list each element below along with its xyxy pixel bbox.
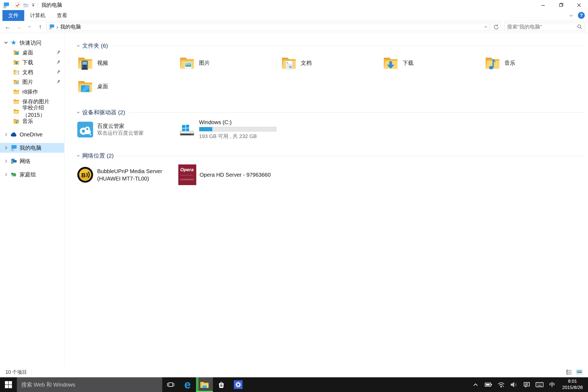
refresh-icon[interactable] bbox=[491, 23, 501, 31]
tab-file[interactable]: 文件 bbox=[2, 10, 24, 21]
volume-icon[interactable] bbox=[507, 377, 520, 392]
sidebar-item-network[interactable]: 网络 bbox=[0, 156, 64, 166]
taskbar-clock[interactable]: 8:01 2015/8/28 bbox=[559, 378, 588, 391]
expander-down-icon[interactable] bbox=[3, 41, 9, 44]
pin-icon bbox=[56, 79, 61, 84]
back-icon[interactable]: ← bbox=[3, 23, 13, 31]
navigation-pane: 快速访问 桌面 下载 bbox=[0, 33, 65, 367]
task-view-icon[interactable] bbox=[162, 377, 179, 392]
sidebar-item-downloads[interactable]: 下载 bbox=[0, 57, 64, 67]
folder-tile-downloads[interactable]: 下载 bbox=[382, 54, 484, 72]
folder-icon bbox=[13, 99, 20, 104]
pin-icon bbox=[56, 69, 61, 74]
status-bar: 10 个项目 bbox=[0, 367, 588, 377]
minimize-button[interactable] bbox=[534, 0, 552, 10]
sidebar-item-homegroup[interactable]: 家庭组 bbox=[0, 170, 64, 179]
qat-customize-dropdown-icon[interactable] bbox=[31, 4, 35, 7]
sidebar-item-documents[interactable]: 文档 bbox=[0, 67, 64, 77]
taskbar-search-box[interactable]: 搜索 Web 和 Windows bbox=[17, 377, 162, 392]
expander-right-icon[interactable] bbox=[3, 146, 9, 150]
sidebar-item-desktop[interactable]: 桌面 bbox=[0, 48, 64, 57]
touch-keyboard-icon[interactable] bbox=[533, 377, 546, 392]
qat-properties-icon[interactable] bbox=[14, 2, 20, 8]
address-box[interactable]: › 我的电脑 bbox=[46, 23, 490, 31]
collapse-section-icon[interactable] bbox=[76, 155, 80, 157]
window-controls bbox=[534, 0, 588, 10]
tab-view[interactable]: 查看 bbox=[51, 10, 73, 21]
tile-label: 图片 bbox=[199, 59, 210, 67]
device-tile-c-drive[interactable]: Windows (C:) 193 GB 可用 , 共 232 GB bbox=[178, 121, 295, 139]
store-icon[interactable] bbox=[213, 377, 230, 392]
search-box[interactable] bbox=[504, 23, 585, 31]
network-tile-bubbleupnp[interactable]: B BubbleUPnP Media Server (HUAWEI MT7-TL… bbox=[76, 164, 178, 186]
tile-text: BubbleUPnP Media Server (HUAWEI MT7-TL00… bbox=[97, 168, 162, 182]
documents-folder-icon bbox=[13, 69, 20, 75]
tab-computer[interactable]: 计算机 bbox=[24, 10, 51, 21]
up-icon[interactable]: ↑ bbox=[35, 23, 45, 31]
sidebar-item-music[interactable]: 音乐 bbox=[0, 116, 64, 126]
sidebar-item-label: 图片 bbox=[22, 78, 33, 86]
action-center-icon[interactable] bbox=[520, 377, 533, 392]
section-rule bbox=[111, 46, 584, 46]
ime-indicator[interactable]: 中 bbox=[546, 377, 559, 392]
view-switcher bbox=[565, 368, 583, 376]
folder-tile-pictures[interactable]: 图片 bbox=[178, 54, 280, 72]
restore-button[interactable] bbox=[552, 0, 570, 10]
expander-right-icon[interactable] bbox=[3, 159, 9, 163]
qat-new-folder-icon[interactable] bbox=[23, 2, 29, 8]
folder-tile-documents[interactable]: A 文档 bbox=[280, 54, 382, 72]
separator bbox=[12, 2, 12, 8]
forward-icon[interactable]: → bbox=[14, 23, 23, 31]
help-icon[interactable]: ? bbox=[578, 12, 585, 19]
tile-label: 音乐 bbox=[504, 59, 515, 67]
settings-icon[interactable] bbox=[230, 377, 247, 392]
sidebar-item-label: OneDrive bbox=[20, 131, 42, 138]
pictures-folder-icon bbox=[13, 79, 20, 85]
section-title[interactable]: 网络位置 (2) bbox=[82, 152, 114, 160]
tile-label: Opera HD Server - 97963660 bbox=[200, 172, 271, 178]
battery-icon[interactable] bbox=[482, 377, 495, 392]
collapse-section-icon[interactable] bbox=[76, 45, 80, 47]
address-dropdown-icon[interactable] bbox=[484, 26, 488, 28]
large-icons-view-icon[interactable] bbox=[575, 368, 583, 376]
drive-caption: 193 GB 可用 , 共 232 GB bbox=[199, 133, 276, 140]
folder-tile-videos[interactable]: 视频 bbox=[76, 54, 178, 72]
ribbon-tabs: 文件 计算机 查看 ? bbox=[0, 10, 588, 21]
start-button-icon[interactable] bbox=[0, 377, 17, 392]
close-button[interactable] bbox=[570, 0, 588, 10]
recent-locations-icon[interactable] bbox=[24, 23, 34, 31]
section-rule bbox=[128, 112, 584, 113]
sidebar-item-this-pc[interactable]: 我的电脑 bbox=[0, 143, 64, 153]
network-tile-opera[interactable]: Opera consonance Opera HD Server - 97963… bbox=[178, 164, 280, 186]
expander-right-icon[interactable] bbox=[3, 173, 9, 176]
device-tile-baidu[interactable]: 百度云管家 双击运行百度云管家 bbox=[76, 121, 178, 139]
edge-icon[interactable]: e bbox=[179, 377, 196, 392]
expand-ribbon-icon[interactable] bbox=[569, 14, 574, 17]
section-title[interactable]: 文件夹 (6) bbox=[82, 42, 108, 50]
sidebar-item-pictures[interactable]: 图片 bbox=[0, 77, 64, 87]
tray-expand-icon[interactable] bbox=[469, 377, 482, 392]
sidebar-item-school-intro[interactable]: 学校介绍（2015） bbox=[0, 106, 64, 116]
folder-tile-music[interactable]: 音乐 bbox=[484, 54, 586, 72]
section-title[interactable]: 设备和驱动器 (2) bbox=[82, 109, 125, 116]
onedrive-cloud-icon bbox=[10, 132, 17, 137]
address-bar: ← → ↑ › 我的电脑 bbox=[0, 21, 588, 33]
search-input[interactable] bbox=[507, 24, 577, 30]
separator bbox=[38, 2, 38, 8]
folder-tile-desktop[interactable]: 桌面 bbox=[76, 77, 178, 95]
collapse-section-icon[interactable] bbox=[76, 111, 80, 114]
devices-row: 百度云管家 双击运行百度云管家 Windows (C:) 193 GB 可用 ,… bbox=[76, 121, 588, 144]
sidebar-item-r8[interactable]: r8操作 bbox=[0, 87, 64, 97]
search-icon[interactable] bbox=[577, 24, 582, 29]
drive-label: Windows (C:) bbox=[199, 119, 276, 125]
breadcrumb[interactable]: 我的电脑 bbox=[60, 23, 81, 30]
expander-right-icon[interactable] bbox=[3, 133, 9, 136]
details-view-icon[interactable] bbox=[565, 368, 573, 376]
file-explorer-taskbar-icon[interactable] bbox=[196, 377, 213, 392]
wifi-icon[interactable] bbox=[495, 377, 507, 392]
desktop-folder-icon bbox=[13, 50, 20, 55]
sidebar-item-quick-access[interactable]: 快速访问 bbox=[0, 38, 64, 48]
sidebar-item-label: 音乐 bbox=[22, 118, 33, 125]
sidebar-item-onedrive[interactable]: OneDrive bbox=[0, 130, 64, 139]
opera-logo: Opera consonance bbox=[178, 164, 196, 185]
